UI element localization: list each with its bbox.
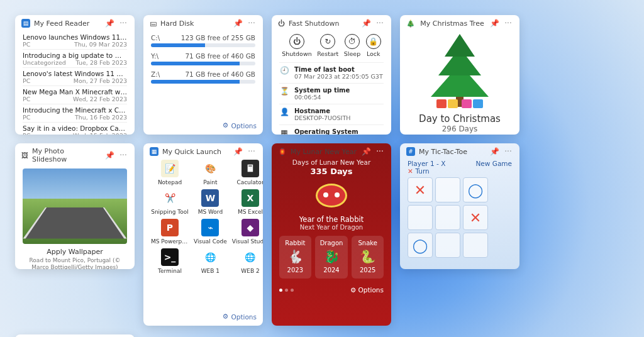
pin-icon[interactable]: 📌 — [361, 19, 371, 28]
feed-item[interactable]: New Mega Man X Minecraft world inspired … — [23, 86, 127, 104]
ttt-cell[interactable]: ◯ — [408, 233, 433, 258]
pin-icon[interactable]: 📌 — [104, 151, 114, 160]
lunar-sub: Days of Lunar New Year — [279, 158, 384, 166]
pin-icon[interactable]: 📌 — [489, 147, 499, 156]
drive-usage-bar — [151, 80, 255, 84]
feed-item[interactable]: Say it in a video: Dropbox Capture makes… — [23, 122, 127, 135]
feed-item-title: Say it in a video: Dropbox Capture makes… — [23, 124, 127, 132]
info-key: Time of last boot — [294, 66, 383, 73]
feed-item[interactable]: Introducing the Minecraft x Crocs collec… — [23, 104, 127, 122]
pin-icon[interactable]: 📌 — [104, 19, 114, 28]
more-icon[interactable]: ··· — [118, 19, 128, 28]
app-shortcut[interactable]: 🌐 WEB 2 — [232, 248, 263, 274]
ttt-cell[interactable] — [463, 233, 488, 258]
pin-icon[interactable]: 📌 — [233, 147, 243, 156]
app-shortcut[interactable]: W MS Word — [194, 189, 227, 215]
app-shortcut[interactable]: ✂️ Snipping Tool — [151, 189, 189, 215]
ttt-cell[interactable]: ✕ — [408, 177, 433, 202]
ttt-cell[interactable]: ✕ — [463, 205, 488, 230]
feed-item-date: Wed, 15 Feb 2023 — [73, 132, 127, 135]
feed-item-source: Uncategorized — [23, 59, 66, 66]
options-link[interactable]: ⚙ Options — [350, 286, 384, 294]
more-icon[interactable]: ··· — [375, 19, 385, 28]
info-icon: ⏳ — [279, 87, 289, 101]
app-shortcut[interactable]: ◆ Visual Studio — [232, 219, 263, 245]
pin-icon[interactable]: 📌 — [233, 19, 243, 28]
zodiac-card[interactable]: Dragon 🐉 2024 — [315, 236, 348, 279]
ttt-cell[interactable] — [435, 233, 460, 258]
slideshow-image[interactable] — [23, 168, 127, 244]
lantern-icon: 🏮 — [278, 148, 287, 156]
shutdown-button[interactable]: ⏻ Shutdown — [282, 34, 311, 57]
zodiac-year: 2023 — [284, 267, 306, 273]
feed-item-source: PC — [23, 96, 30, 102]
widget-tic-tac-toe: # My Tic-Tac-Toe 📌 ··· Player 1 - X ✕ Tu… — [400, 143, 519, 269]
more-icon[interactable]: ··· — [118, 151, 128, 160]
zodiac-name: Snake — [357, 240, 379, 246]
pin-icon[interactable]: 📌 — [489, 19, 499, 28]
app-shortcut[interactable]: P MS Powerpoi... — [151, 219, 189, 245]
ttt-cell[interactable] — [435, 205, 460, 230]
more-icon[interactable]: ··· — [247, 19, 257, 28]
feed-item-title: Introducing the Minecraft x Crocs collec… — [23, 106, 127, 114]
app-label: Notepad — [158, 179, 182, 185]
new-game-button[interactable]: New Game — [476, 160, 513, 175]
more-icon[interactable]: ··· — [503, 147, 513, 156]
feed-item[interactable]: Lenovo launches Windows 11-powered... PC… — [23, 31, 127, 49]
drive-usage-bar — [151, 62, 255, 65]
app-label: WEB 2 — [241, 268, 259, 274]
lock-button[interactable]: 🔒 Lock — [366, 34, 381, 57]
gear-icon: ⚙ — [223, 312, 229, 321]
feed-item[interactable]: Introducing a big update to Windows 11 m… — [23, 49, 127, 67]
options-link[interactable]: ⚙Options — [143, 119, 263, 135]
app-shortcut[interactable]: 🌐 WEB 1 — [194, 248, 227, 274]
feed-item-title: New Mega Man X Minecraft world inspired … — [23, 88, 127, 96]
feed-item-title: Lenovo's latest Windows 11 PCs embrace h… — [23, 70, 127, 77]
zodiac-year: 2025 — [357, 267, 379, 273]
app-label: MS Excel — [238, 209, 263, 215]
feed-item[interactable]: Lenovo's latest Windows 11 PCs embrace h… — [23, 67, 127, 86]
more-icon[interactable]: ··· — [247, 147, 257, 156]
app-label: Paint — [203, 179, 217, 185]
app-shortcut[interactable]: 📝 Notepad — [151, 160, 189, 185]
disk-icon: 🖴 — [150, 19, 157, 28]
disk-title: Hard Disk — [160, 19, 229, 28]
options-link[interactable]: ⚙Options — [143, 310, 263, 326]
apply-wallpaper-button[interactable]: Apply Wallpaper — [23, 248, 127, 256]
more-icon[interactable]: ··· — [503, 19, 513, 28]
app-label: Snipping Tool — [151, 209, 189, 215]
zodiac-card[interactable]: Snake 🐍 2025 — [352, 236, 384, 279]
widget-fast-shutdown: ⏻ Fast Shutdown 📌 ··· ⏻ Shutdown ↻ Resta… — [272, 15, 391, 135]
zodiac-name: Rabbit — [284, 240, 306, 246]
app-shortcut[interactable]: 🖩 Caculator — [232, 160, 263, 185]
lunar-year: Year of the Rabbit — [279, 215, 384, 224]
app-icon: P — [161, 219, 179, 236]
zodiac-card[interactable]: Rabbit 🐇 2023 — [279, 236, 311, 279]
gear-icon: ⚙ — [223, 121, 229, 130]
more-icon[interactable]: ··· — [375, 147, 385, 156]
app-shortcut[interactable]: ⌁ Visual Code — [194, 219, 227, 245]
info-icon: ▦ — [279, 128, 289, 135]
app-label: WEB 1 — [201, 268, 219, 274]
options-link[interactable]: ⚙Options — [400, 267, 519, 269]
feed-item-source: PC — [23, 114, 30, 121]
app-shortcut[interactable]: X MS Excel — [232, 189, 263, 215]
ttt-cell[interactable] — [408, 205, 433, 230]
ttt-cell[interactable]: ◯ — [463, 177, 488, 202]
app-shortcut[interactable]: >_ Terminal — [151, 248, 189, 274]
photo-caption: Road to Mount Pico, Portugal (© Marco Bo… — [23, 257, 127, 269]
app-label: Visual Studio — [232, 238, 263, 245]
power-icon: ⏻ — [278, 19, 285, 28]
sleep-button[interactable]: ⏱ Sleep — [344, 34, 360, 57]
app-shortcut[interactable]: 🎨 Paint — [194, 160, 227, 185]
lock-icon: 🔒 — [366, 34, 381, 49]
widget-hard-disk: 🖴 Hard Disk 📌 ··· C:\123 GB free of 255 … — [143, 15, 263, 135]
ttt-cell[interactable] — [435, 177, 460, 202]
feed-item-title: Introducing a big update to Windows 11 m… — [23, 52, 127, 59]
app-label: MS Word — [198, 209, 223, 215]
page-dots[interactable] — [279, 289, 294, 292]
pin-icon[interactable]: 📌 — [361, 147, 371, 156]
app-icon: ⌁ — [201, 219, 219, 236]
zodiac-icon: 🐇 — [284, 249, 306, 264]
restart-button[interactable]: ↻ Restart — [317, 34, 338, 57]
